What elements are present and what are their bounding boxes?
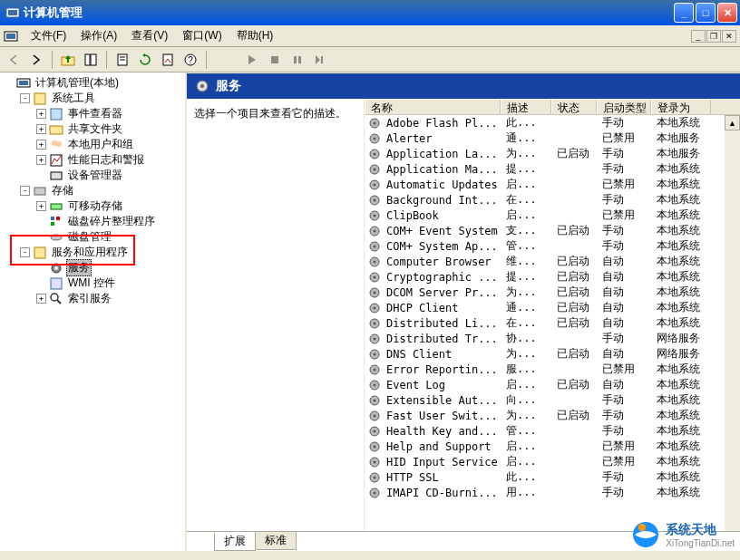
services-list[interactable]: 名称 描述 状态 启动类型 登录为 Adobe Flash Pl...此...手… [365,99,740,531]
tree-event-viewer[interactable]: +事件查看器 [34,106,183,121]
tree-services[interactable]: 服务 [34,260,183,275]
service-name: ClipBook [383,209,502,222]
up-button[interactable] [58,50,78,70]
tree-removable-storage[interactable]: +可移动存储 [34,198,183,214]
service-row[interactable]: HID Input Service启...已禁用本地系统 [365,454,740,469]
service-row[interactable]: COM+ System Ap...管...手动本地系统 [365,238,740,254]
service-row[interactable]: IMAPI CD-Burni...用...手动本地系统 [365,485,740,500]
service-row[interactable]: Automatic Updates启...已禁用本地系统 [365,177,740,192]
tree-local-users[interactable]: +本地用户和组 [34,137,183,152]
service-row[interactable]: DNS Client为...已启动自动网络服务 [365,346,740,362]
help-button[interactable]: ? [180,50,200,70]
event-icon [49,107,63,121]
tree-indexing[interactable]: +索引服务 [34,291,183,306]
menu-file[interactable]: 文件(F) [24,25,73,46]
collapse-icon[interactable]: - [20,247,30,257]
minimize-button[interactable]: _ [674,3,694,23]
collapse-icon[interactable]: - [20,93,30,103]
refresh-button[interactable] [135,50,155,70]
tree-wmi[interactable]: WMI 控件 [34,275,183,291]
service-desc: 支... [502,223,553,238]
col-startup[interactable]: 启动类型 [597,99,651,114]
mdi-restore-button[interactable]: ❐ [706,30,721,43]
service-logon: 本地系统 [653,269,713,285]
properties-button[interactable] [112,50,132,70]
service-row[interactable]: Extensible Aut...向...手动本地系统 [365,392,740,408]
tree-system-tools[interactable]: - 系统工具 [18,91,183,106]
col-desc[interactable]: 描述 [501,99,551,114]
service-row[interactable]: Background Int...在...手动本地系统 [365,192,740,208]
service-row[interactable]: COM+ Event System支...已启动手动本地系统 [365,223,740,238]
scroll-up-button[interactable]: ▲ [725,115,740,130]
service-row[interactable]: Event Log启...已启动自动本地系统 [365,377,740,392]
tree-performance[interactable]: +性能日志和警报 [34,152,183,168]
forward-button[interactable] [26,50,46,70]
service-row[interactable]: Application La...为...已启动手动本地服务 [365,146,740,161]
service-row[interactable]: Help and Support启...已禁用本地系统 [365,439,740,454]
service-name: Background Int... [383,194,502,207]
gear-icon [368,179,381,191]
collapse-icon[interactable]: - [20,186,30,196]
service-startup: 手动 [599,161,653,177]
show-hide-tree-button[interactable] [81,50,101,70]
back-button[interactable] [4,50,24,70]
service-row[interactable]: DHCP Client通...已启动自动本地系统 [365,300,740,315]
menu-window[interactable]: 窗口(W) [175,25,229,46]
tree-storage[interactable]: - 存储 [18,183,183,198]
scrollbar-track[interactable] [725,130,740,531]
service-row[interactable]: Distributed Tr...协...手动网络服务 [365,331,740,346]
restart-button[interactable] [310,50,330,70]
tree-label: 存储 [50,183,75,198]
service-row[interactable]: Alerter通...已禁用本地服务 [365,130,740,146]
tools-icon [33,92,47,106]
export-button[interactable] [158,50,178,70]
svg-rect-28 [51,217,54,220]
expand-icon[interactable]: + [36,294,46,304]
service-name: DCOM Server Pr... [383,286,502,299]
tree-services-apps[interactable]: - 服务和应用程序 [18,245,183,260]
expand-icon[interactable]: + [36,201,46,211]
svg-point-49 [374,183,376,186]
service-row[interactable]: Adobe Flash Pl...此...手动本地系统 [365,115,740,130]
service-row[interactable]: Computer Browser维...已启动自动本地系统 [365,254,740,269]
service-row[interactable]: Fast User Swit...为...已启动手动本地系统 [365,408,740,423]
expand-icon[interactable]: + [36,155,46,165]
tree-disk-management[interactable]: 磁盘管理 [34,229,183,245]
tab-standard[interactable]: 标准 [255,532,297,550]
stop-button[interactable] [265,50,285,70]
tree-defrag[interactable]: 磁盘碎片整理程序 [34,214,183,229]
tree-root[interactable]: 计算机管理(本地) [2,75,183,91]
service-startup: 已禁用 [599,208,653,223]
tree-pane[interactable]: 计算机管理(本地) - 系统工具 +事件查看器 +共享文件夹 +本地用户和组 [0,73,187,551]
menu-help[interactable]: 帮助(H) [229,25,281,46]
play-button[interactable] [242,50,262,70]
tree-shared-folders[interactable]: +共享文件夹 [34,121,183,137]
service-row[interactable]: HTTP SSL此...手动本地系统 [365,469,740,485]
list-header: 名称 描述 状态 启动类型 登录为 [365,99,740,115]
tree-device-manager[interactable]: 设备管理器 [34,168,183,183]
close-button[interactable]: ✕ [717,3,737,23]
col-name[interactable]: 名称 [365,99,501,114]
expand-icon[interactable]: + [36,124,46,134]
expand-icon[interactable]: + [36,140,46,150]
svg-point-41 [374,121,376,124]
mdi-minimize-button[interactable]: _ [691,30,706,43]
service-row[interactable]: Application Ma...提...手动本地系统 [365,161,740,177]
service-row[interactable]: Cryptographic ...提...已启动自动本地系统 [365,269,740,285]
tab-extended[interactable]: 扩展 [214,532,256,551]
col-logon[interactable]: 登录为 [651,99,711,114]
col-status[interactable]: 状态 [551,99,597,114]
service-row[interactable]: ClipBook启...已禁用本地系统 [365,208,740,223]
service-row[interactable]: Error Reportin...服...已禁用本地系统 [365,362,740,377]
mdi-close-button[interactable]: ✕ [722,30,736,43]
service-name: Adobe Flash Pl... [383,117,502,130]
service-row[interactable]: Health Key and...管...手动本地系统 [365,423,740,439]
maximize-button[interactable]: □ [696,3,716,23]
service-row[interactable]: Distributed Li...在...已启动自动本地系统 [365,315,740,331]
expand-icon[interactable]: + [36,109,46,119]
svg-point-83 [374,445,376,448]
menu-action[interactable]: 操作(A) [73,25,124,46]
menu-view[interactable]: 查看(V) [124,25,175,46]
pause-button[interactable] [287,50,307,70]
service-row[interactable]: DCOM Server Pr...为...已启动自动本地系统 [365,285,740,300]
